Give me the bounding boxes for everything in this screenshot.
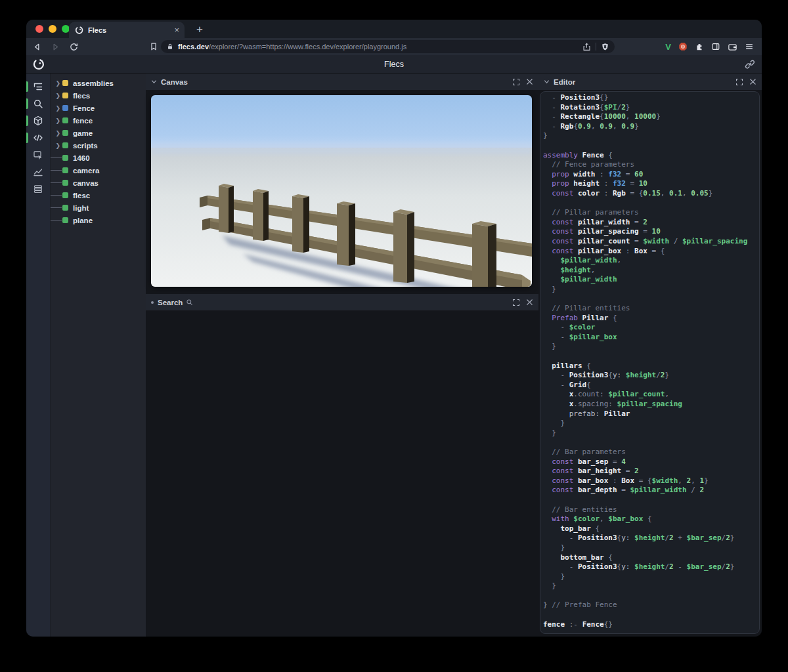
code-editor[interactable]: - Position3{} - Rotation3{$PI/2} - Recta… — [540, 91, 760, 634]
url-bar[interactable]: flecs.dev /explorer/?wasm=https://www.fl… — [161, 40, 615, 53]
tree-item-fence[interactable]: ❯fence — [51, 114, 146, 127]
entity-color-square — [62, 180, 68, 186]
tree-item-camera[interactable]: camera — [51, 164, 146, 177]
share-icon[interactable] — [582, 43, 591, 51]
code-line: pillars { — [543, 362, 759, 371]
tree-item-label: game — [73, 129, 93, 137]
editor-panel-title: Editor — [554, 78, 575, 86]
code-line — [543, 610, 759, 620]
inspector-icon — [33, 150, 43, 160]
code-line: // Bar parameters — [543, 448, 759, 457]
close-icon[interactable] — [526, 299, 533, 306]
tree-item-assemblies[interactable]: ❯assemblies — [51, 77, 146, 89]
browser-tab[interactable]: Flecs × — [69, 22, 185, 38]
menu-hamburger-icon[interactable] — [745, 42, 754, 51]
code-line — [543, 199, 759, 209]
code-line: } — [543, 429, 759, 438]
close-icon[interactable] — [749, 78, 756, 85]
page-title: Flecs — [26, 55, 762, 74]
center-column: Canvas — [146, 74, 538, 637]
code-line: const pillar_box : Box = { — [543, 247, 759, 257]
wallet-icon[interactable] — [728, 42, 737, 52]
tree-item-flesc[interactable]: flesc — [51, 189, 146, 201]
expand-chevron-icon[interactable]: ❯ — [51, 142, 62, 149]
reload-icon[interactable] — [66, 40, 81, 53]
entity-color-square — [62, 93, 68, 98]
sidebar-item-query[interactable] — [26, 95, 50, 112]
tree-item-flecs[interactable]: ❯flecs — [51, 89, 146, 102]
entity-color-square — [62, 167, 68, 173]
url-path: /explorer/?wasm=https://www.flecs.dev/ex… — [209, 43, 579, 51]
chevron-down-icon[interactable] — [151, 79, 157, 85]
share-link-icon[interactable] — [745, 59, 755, 70]
vue-devtools-icon[interactable]: V — [665, 42, 671, 52]
tree-item-label: flesc — [73, 192, 90, 200]
lock-icon — [166, 43, 174, 51]
code-line: const bar_depth = $pillar_width / 2 — [543, 486, 759, 495]
tab-title: Flecs — [88, 26, 174, 34]
tree-item-1460[interactable]: 1460 — [51, 152, 146, 164]
code-line: assembly Fence { — [543, 151, 759, 161]
tree-item-game[interactable]: ❯game — [51, 127, 146, 139]
tree-item-canvas[interactable]: canvas — [51, 177, 146, 189]
main-content: ❯assemblies❯flecs❯Fence❯fence❯game❯scrip… — [26, 74, 762, 637]
code-line: prop width : f32 = 60 — [543, 170, 759, 180]
tree-item-label: scripts — [73, 142, 98, 150]
brave-shield-icon[interactable] — [601, 43, 609, 51]
tree-item-label: assemblies — [73, 79, 114, 87]
back-icon[interactable] — [29, 40, 45, 53]
expand-chevron-icon[interactable]: ❯ — [51, 93, 62, 99]
fullscreen-icon[interactable] — [512, 78, 520, 86]
code-line — [543, 495, 759, 505]
tab-strip: Flecs × + — [26, 20, 762, 38]
code-line: x.count: $pillar_count, — [543, 390, 759, 400]
expand-chevron-icon[interactable]: ❯ — [51, 105, 62, 112]
sidebar-item-canvas[interactable] — [26, 112, 50, 129]
code-line: const bar_sep = 4 — [543, 457, 759, 467]
3d-canvas-viewport[interactable] — [151, 95, 532, 287]
code-line: bottom_bar { — [543, 553, 759, 563]
tree-item-light[interactable]: light — [51, 201, 146, 214]
extensions-puzzle-icon[interactable] — [695, 42, 704, 51]
editor-column: Editor - Position3{} - Rotation3{$PI/2} … — [538, 74, 762, 637]
forward-icon[interactable] — [47, 40, 63, 53]
leaf-dash-icon — [51, 170, 62, 171]
canvas-panel-title: Canvas — [161, 78, 188, 86]
tree-item-scripts[interactable]: ❯scripts — [51, 139, 146, 152]
sidebar-item-inspector[interactable] — [26, 146, 50, 163]
sidebar-item-tree[interactable] — [26, 78, 50, 95]
tree-item-plane[interactable]: plane — [51, 214, 146, 226]
code-line: const pillar_spacing = 10 — [543, 227, 759, 237]
close-icon[interactable] — [526, 78, 533, 85]
minimize-window-button[interactable] — [49, 25, 56, 33]
sidebar-item-tables[interactable] — [26, 180, 50, 198]
code-line: // Fence parameters — [543, 160, 759, 170]
tab-close-icon[interactable]: × — [174, 26, 179, 34]
expand-chevron-icon[interactable]: ❯ — [51, 117, 62, 124]
sidebar-item-stats[interactable] — [26, 163, 50, 180]
collapsed-dot-icon[interactable] — [151, 301, 154, 304]
leaf-dash-icon — [51, 158, 62, 158]
code-line: - $pillar_box — [543, 333, 759, 343]
code-line: $height, — [543, 266, 759, 276]
tree-item-Fence[interactable]: ❯Fence — [51, 102, 146, 114]
fullscreen-icon[interactable] — [735, 78, 743, 86]
chart-icon — [33, 167, 43, 177]
code-line: top_bar { — [543, 524, 759, 534]
expand-chevron-icon[interactable]: ❯ — [51, 80, 62, 87]
rows-icon — [33, 184, 43, 194]
adblock-icon[interactable] — [678, 42, 688, 51]
chevron-down-icon[interactable] — [544, 79, 550, 85]
code-line: - Rgb{0.9, 0.9, 0.9} — [543, 122, 759, 132]
new-tab-button[interactable]: + — [192, 22, 208, 37]
close-window-button[interactable] — [35, 25, 43, 33]
sidebar-item-editor[interactable] — [26, 129, 50, 146]
expand-chevron-icon[interactable]: ❯ — [51, 130, 62, 136]
fullscreen-icon[interactable] — [512, 299, 520, 306]
bookmark-icon[interactable] — [146, 40, 162, 53]
code-line: // Pillar entities — [543, 304, 759, 314]
tree-item-label: 1460 — [73, 154, 90, 162]
sidebar-toggle-icon[interactable] — [711, 42, 720, 51]
tree-item-label: light — [73, 204, 89, 212]
code-line — [543, 352, 759, 362]
